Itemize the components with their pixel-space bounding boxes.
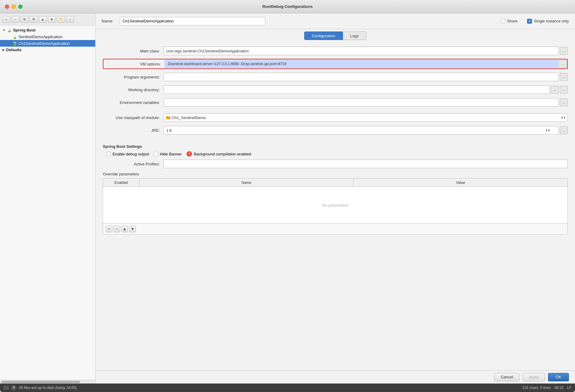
sort-button[interactable]: ↕ (66, 16, 74, 23)
vm-options-wrapper: VM options: ... (103, 59, 568, 69)
title-bar: Run/Debug Configurations (0, 0, 575, 13)
apply-button[interactable]: Apply (523, 373, 545, 381)
col-header-name: Name (140, 178, 354, 187)
jre-select-wrapper: ⬆⬇ (163, 126, 559, 135)
right-panel: Name: Share ✓ Single instance only Confi… (96, 13, 575, 384)
app-icon-1: 🍃 (12, 34, 17, 39)
move-param-down-button[interactable]: ▼ (129, 226, 136, 232)
classpath-label: Use classpath of module: (103, 115, 163, 120)
add-param-button[interactable]: + (106, 226, 112, 232)
defaults-expand-icon: ▶ (2, 48, 5, 51)
config-tree: ▼ 🍃 Spring Boot 🍃 SentinelDemoApplicatio… (0, 25, 95, 380)
env-vars-browse-button[interactable]: ... (560, 98, 568, 106)
left-toolbar: + − ⧉ ⚙ ▲ ▼ 📁 ↕ (0, 13, 95, 25)
copy-config-button[interactable]: ⧉ (21, 16, 29, 23)
form-area: Main class: ... VM options: ... Program … (96, 42, 575, 370)
add-config-button[interactable]: + (2, 16, 10, 23)
ch1-sentinel-demo-label: Ch1SentinelDemoApplication (18, 41, 70, 46)
move-down-button[interactable]: ▼ (48, 16, 56, 23)
maximize-button[interactable] (18, 5, 22, 9)
status-encoding: LF (567, 386, 571, 390)
sentinel-demo-item[interactable]: 🍃 SentinelDemoApplication (0, 33, 95, 40)
name-input[interactable] (120, 17, 265, 25)
cancel-button[interactable]: Cancel (494, 373, 519, 381)
folder-button[interactable]: 📁 (57, 16, 65, 23)
program-args-input[interactable] (163, 73, 559, 81)
jre-chevron: ⬆⬇ (545, 129, 550, 132)
share-checkbox[interactable] (501, 19, 505, 23)
spring-boot-settings-title: Spring Boot Settings (103, 144, 568, 149)
defaults-group[interactable]: ▶ Defaults (0, 47, 95, 53)
hide-banner-checkbox[interactable] (154, 152, 158, 156)
no-params-text: No parameters (322, 203, 348, 208)
name-bar: Name: Share ✓ Single instance only (96, 13, 575, 29)
active-profiles-label: Active Profiles: (103, 162, 163, 166)
enable-debug-checkbox[interactable] (106, 152, 111, 156)
folder-icon (166, 116, 170, 119)
override-section: Override parameters Enabled Name Value N… (103, 172, 568, 234)
table-footer: + − ▲ ▼ (103, 223, 567, 234)
table-header: Enabled Name Value (103, 178, 567, 187)
bg-compilation-item: ! Background compilation enabled (187, 151, 251, 157)
remove-config-button[interactable]: − (12, 16, 19, 23)
ch1-sentinel-demo-item[interactable]: 🍃 Ch1SentinelDemoApplication (0, 40, 95, 47)
program-args-browse-button[interactable]: ... (560, 73, 568, 81)
status-chars: 216 chars, 5 lines (522, 386, 551, 390)
status-text: All files are up-to-date (today 18:05) (19, 386, 77, 390)
main-class-browse-button[interactable]: ... (560, 47, 568, 55)
tabs-bar: Configuration Logs (96, 29, 575, 42)
single-instance-checkbox[interactable]: ✓ (527, 19, 532, 24)
settings-config-button[interactable]: ⚙ (30, 16, 38, 23)
classpath-chevron: ⬆⬇ (561, 116, 566, 119)
tab-logs[interactable]: Logs (343, 32, 366, 40)
vm-options-input[interactable] (164, 60, 558, 68)
tab-configuration[interactable]: Configuration (304, 32, 343, 40)
env-vars-label: Environment variables: (103, 100, 163, 105)
hide-banner-item: Hide Banner (154, 152, 182, 156)
spring-boot-group[interactable]: ▼ 🍃 Spring Boot (0, 27, 95, 33)
jre-browse-button[interactable]: ... (560, 126, 568, 134)
left-scrollbar[interactable] (0, 380, 95, 384)
name-field-label: Name: (102, 19, 116, 23)
single-instance-area: ✓ Single instance only (527, 19, 569, 24)
status-bar: ? All files are up-to-date (today 18:05)… (0, 384, 575, 392)
status-position: 59:13 (554, 386, 563, 390)
traffic-lights (5, 5, 22, 9)
status-right: 216 chars, 5 lines 59:13 LF (522, 386, 571, 390)
close-button[interactable] (5, 5, 9, 9)
jre-row: JRE: ⬆⬇ ... (103, 125, 568, 135)
hide-banner-label: Hide Banner (160, 152, 182, 156)
bottom-bar: Cancel Apply OK (96, 370, 575, 384)
classpath-select[interactable]: Ch1_SentinelDemo ⬆⬇ (163, 113, 568, 122)
main-content: + − ⧉ ⚙ ▲ ▼ 📁 ↕ (0, 13, 575, 384)
left-panel: + − ⧉ ⚙ ▲ ▼ 📁 ↕ (0, 13, 96, 384)
col-header-value: Value (354, 178, 567, 187)
jre-label: JRE: (103, 128, 163, 133)
spring-boot-label: Spring Boot (13, 28, 35, 32)
bg-compilation-label: Background compilation enabled (194, 152, 251, 156)
window-title: Run/Debug Configurations (262, 4, 312, 9)
help-icon-circle[interactable]: ? (11, 385, 16, 390)
remove-param-button[interactable]: − (113, 226, 120, 232)
working-dir-extra-button[interactable]: ... (560, 86, 568, 94)
jre-input[interactable] (163, 126, 559, 135)
main-class-row: Main class: ... (103, 46, 568, 56)
defaults-label: Defaults (6, 48, 22, 52)
override-table: Enabled Name Value No parameters + − ▲ ▼ (103, 178, 568, 234)
move-up-button[interactable]: ▲ (39, 16, 47, 23)
table-body: No parameters (103, 187, 567, 223)
working-dir-input[interactable] (163, 85, 550, 94)
env-vars-input[interactable] (163, 98, 559, 107)
debug-hide-row: Enable debug output Hide Banner ! Backgr… (103, 151, 568, 157)
main-class-input[interactable] (163, 47, 559, 55)
classpath-value: Ch1_SentinelDemo (172, 115, 206, 120)
vm-options-browse-button[interactable]: ... (559, 60, 567, 68)
program-args-label: Program arguments: (103, 75, 163, 79)
active-profiles-input[interactable] (163, 160, 568, 168)
status-icon (4, 386, 8, 390)
ok-button[interactable]: OK (548, 373, 569, 381)
working-dir-browse-button[interactable]: ... (551, 86, 559, 94)
minimize-button[interactable] (12, 5, 16, 9)
expand-icon: ▼ (2, 28, 5, 32)
move-param-up-button[interactable]: ▲ (121, 226, 128, 232)
